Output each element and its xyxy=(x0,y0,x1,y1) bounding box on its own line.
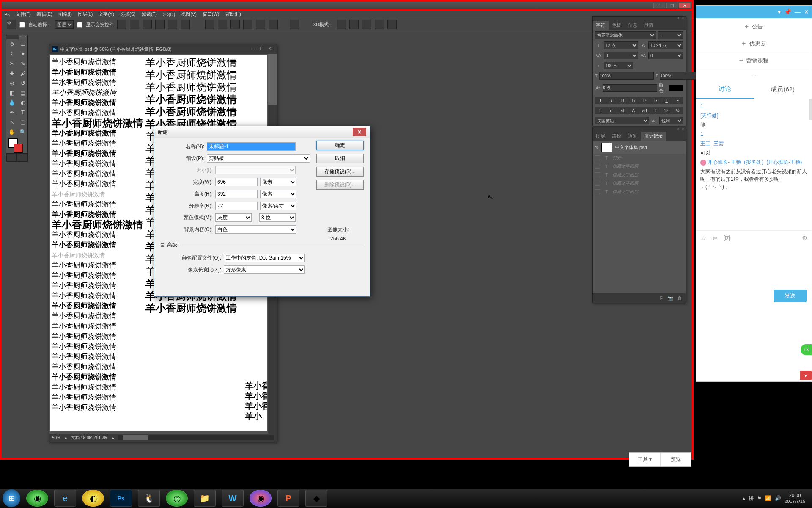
scroll-thumb[interactable] xyxy=(809,99,812,120)
underline-button[interactable]: T xyxy=(661,97,672,104)
arrange-icon[interactable] xyxy=(290,20,299,29)
tab-swatches[interactable]: 色板 xyxy=(609,21,625,30)
menu-3d[interactable]: 3D(D) xyxy=(163,12,175,17)
chat-user[interactable]: 王工_三雲 xyxy=(700,141,724,146)
align-icon[interactable] xyxy=(168,20,177,29)
chat-titlebar[interactable]: ▾ 📌 — ✕ xyxy=(696,6,812,18)
history-checkbox[interactable] xyxy=(595,155,600,160)
path-tool-icon[interactable]: ↖ xyxy=(6,117,17,127)
send-button[interactable]: 发送 xyxy=(774,290,807,302)
gear-icon[interactable]: ⚙ xyxy=(802,235,807,242)
brush-tool-icon[interactable]: 🖌 xyxy=(17,69,28,78)
wand-tool-icon[interactable]: ✦ xyxy=(17,49,28,59)
close-icon[interactable]: ✕ xyxy=(804,8,809,15)
text-color-swatch[interactable] xyxy=(669,85,683,91)
auto-select-dropdown[interactable]: 图层 xyxy=(55,20,74,29)
taskbar-app[interactable]: ◉ xyxy=(26,490,48,507)
advanced-label[interactable]: 高级 xyxy=(167,241,177,248)
taskbar-ppt[interactable]: P xyxy=(277,490,299,507)
dodge-tool-icon[interactable]: ◐ xyxy=(17,98,28,108)
heal-tool-icon[interactable]: ✚ xyxy=(6,69,17,78)
strike-button[interactable]: Ŧ xyxy=(672,97,683,104)
3d-icon[interactable] xyxy=(375,20,384,29)
pen-tool-icon[interactable]: ✒ xyxy=(6,108,17,117)
start-button[interactable]: ⊞ xyxy=(3,489,20,507)
distribute-icon[interactable] xyxy=(218,20,227,29)
zoom-tool-icon[interactable]: 🔍 xyxy=(17,127,28,137)
pin-icon[interactable]: 📌 xyxy=(784,8,791,15)
color-profile-select[interactable]: 工作中的灰色: Dot Gain 15% xyxy=(224,254,305,262)
bit-depth-select[interactable]: 8 位 xyxy=(259,213,296,222)
notify-badge[interactable]: +3 xyxy=(801,344,812,355)
move-tool-icon[interactable]: ✥ xyxy=(6,39,17,49)
history-checkbox[interactable] xyxy=(595,164,600,169)
dialog-titlebar[interactable]: 新建 ✕ xyxy=(154,126,370,138)
height-input[interactable] xyxy=(215,190,258,198)
chat-input[interactable] xyxy=(696,246,812,286)
minimize-icon[interactable]: — xyxy=(795,8,801,15)
maximize-button[interactable]: ☐ xyxy=(666,3,678,8)
ok-button[interactable]: 确定 xyxy=(316,141,364,150)
tracking-select[interactable]: 0 xyxy=(648,52,683,59)
menu-select[interactable]: 选择(S) xyxy=(120,11,136,17)
resolution-input[interactable] xyxy=(215,202,258,210)
tray-expand-icon[interactable]: ▴ xyxy=(743,495,745,501)
zoom-level[interactable]: 50% xyxy=(52,436,60,440)
shape-tool-icon[interactable]: ▢ xyxy=(17,117,28,127)
align-icon[interactable] xyxy=(181,20,190,29)
eraser-tool-icon[interactable]: ◧ xyxy=(6,88,17,98)
gradient-tool-icon[interactable]: ▤ xyxy=(17,88,28,98)
cancel-button[interactable]: 取消 xyxy=(316,154,364,163)
distribute-icon[interactable] xyxy=(243,20,252,29)
preset-select[interactable]: 剪贴板 xyxy=(207,154,310,163)
tab-channels[interactable]: 通道 xyxy=(625,132,641,141)
tray-clock[interactable]: 20:00 2017/7/15 xyxy=(785,492,805,504)
background-select[interactable]: 白色 xyxy=(215,225,296,234)
taskbar-qq[interactable]: 🐧 xyxy=(138,490,160,507)
height-unit-select[interactable]: 像素 xyxy=(260,190,296,198)
history-checkbox[interactable] xyxy=(595,181,600,186)
save-preset-button[interactable]: 存储预设(S)... xyxy=(316,167,364,177)
name-input[interactable] xyxy=(207,142,296,151)
type-tool-icon[interactable]: T xyxy=(17,108,28,117)
leading-select[interactable]: 10.94 点 xyxy=(648,41,683,49)
kerning-select[interactable]: 0 xyxy=(604,52,638,59)
history-row[interactable]: T隐藏文字图层 xyxy=(593,188,686,196)
hscale-input[interactable] xyxy=(599,72,654,80)
emoji-icon[interactable]: ☺ xyxy=(700,235,707,242)
tray-flag-icon[interactable]: ⚑ xyxy=(757,495,762,501)
stamp-tool-icon[interactable]: ⊕ xyxy=(6,78,17,88)
tab-paragraph[interactable]: 段落 xyxy=(641,21,657,30)
doc-close-icon[interactable]: ✕ xyxy=(266,46,274,52)
eyedropper-tool-icon[interactable]: ✎ xyxy=(17,59,28,69)
taskbar-photoshop[interactable]: Ps xyxy=(110,490,132,507)
chevron-up-icon[interactable]: ︿ xyxy=(696,69,812,80)
taskbar-app[interactable]: ◆ xyxy=(305,490,327,507)
distribute-icon[interactable] xyxy=(230,20,240,29)
tray-vol-icon[interactable]: 🔊 xyxy=(775,495,781,501)
super-button[interactable]: T¹ xyxy=(639,97,650,104)
taskbar-browser[interactable]: ◎ xyxy=(166,490,188,507)
doc-minimize-icon[interactable]: — xyxy=(249,46,257,52)
camera-icon[interactable]: 📷 xyxy=(667,295,673,301)
tools-dropdown[interactable]: 工具 ▾ xyxy=(629,453,661,466)
distribute-icon[interactable] xyxy=(269,20,278,29)
chat-messages[interactable]: 1[天行健]能1王工_三雲可以开心班长- 王驰（报名处）(开心班长-王驰)大家有… xyxy=(696,99,812,230)
nav-course[interactable]: +营销课程 xyxy=(696,52,812,69)
marquee-tool-icon[interactable]: ▭ xyxy=(17,39,28,49)
history-row[interactable]: T隐藏文字图层 xyxy=(593,162,686,171)
document-titlebar[interactable]: Ps 中文字体集.psd @ 50% (羊小香厨师烧饼激情, RGB/8) — … xyxy=(49,44,277,54)
taskbar-explorer[interactable]: 📁 xyxy=(194,490,216,507)
menu-file[interactable]: 文件(F) xyxy=(16,11,31,17)
resolution-unit-select[interactable]: 像素/英寸 xyxy=(260,202,296,210)
distribute-icon[interactable] xyxy=(205,20,214,29)
taskbar-wps[interactable]: W xyxy=(222,490,244,507)
crop-tool-icon[interactable]: ✂ xyxy=(6,59,17,69)
lasso-tool-icon[interactable]: ⌇ xyxy=(6,49,17,59)
move-tool-icon[interactable]: ✥ xyxy=(7,20,16,29)
opentype-button[interactable]: T xyxy=(650,107,661,114)
panel-close-icon[interactable]: × xyxy=(680,127,686,132)
horizontal-scrollbar[interactable] xyxy=(118,435,274,440)
chat-user[interactable]: 1 xyxy=(700,103,703,109)
3d-icon[interactable] xyxy=(387,20,397,29)
